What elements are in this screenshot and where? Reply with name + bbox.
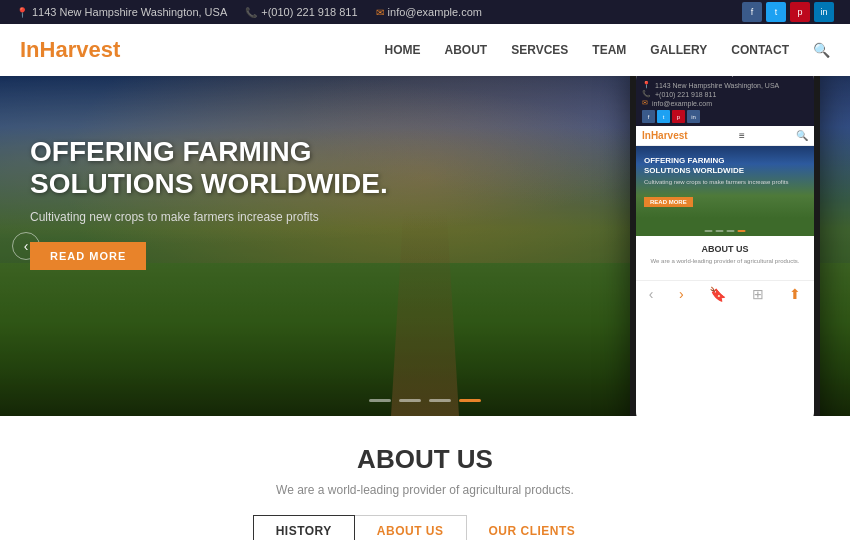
phone-forward-icon[interactable]: › bbox=[679, 286, 684, 302]
hero-title-line1: OFFERING FARMING bbox=[30, 136, 312, 167]
hero-dot-3[interactable] bbox=[429, 399, 451, 402]
social-icons-group: f t p in bbox=[742, 2, 834, 22]
tab-our-clients[interactable]: OUR CLIENTS bbox=[467, 515, 598, 540]
phone-hero-sub: Cultivating new crops to make farmers in… bbox=[644, 179, 806, 185]
facebook-button[interactable]: f bbox=[742, 2, 762, 22]
phone-share-icon[interactable]: ⬆ bbox=[789, 286, 801, 302]
hero-title: OFFERING FARMING SOLUTIONS WORLDWIDE. bbox=[30, 136, 388, 200]
hero-content: OFFERING FARMING SOLUTIONS WORLDWIDE. Cu… bbox=[30, 136, 388, 270]
hero-dot-4[interactable] bbox=[459, 399, 481, 402]
phone-email: info@example.com bbox=[652, 100, 712, 107]
phone-hero-line1: OFFERING FARMING bbox=[644, 156, 724, 165]
logo-prefix: In bbox=[20, 37, 40, 62]
phone-phone: +(010) 221 918 811 bbox=[655, 91, 716, 98]
phone-dot-2[interactable] bbox=[716, 230, 724, 232]
navbar: InHarvest HOME ABOUT SERVCES TEAM GALLER… bbox=[0, 24, 850, 76]
top-bar-contact: 📍 1143 New Hampshire Washington, USA 📞 +… bbox=[16, 6, 482, 18]
phone-hero-dots bbox=[705, 230, 746, 232]
hero-dot-2[interactable] bbox=[399, 399, 421, 402]
phone-phone-row: 📞 +(010) 221 918 811 bbox=[642, 90, 808, 98]
search-icon[interactable]: 🔍 bbox=[813, 42, 830, 58]
phone-dot-3[interactable] bbox=[727, 230, 735, 232]
phone-hero-line2: SOLUTIONS WORLDWIDE bbox=[644, 166, 744, 175]
phone-text: +(010) 221 918 811 bbox=[261, 6, 357, 18]
phone-email-icon: ✉ bbox=[642, 99, 648, 107]
location-icon: 📍 bbox=[16, 7, 28, 18]
hero-dot-1[interactable] bbox=[369, 399, 391, 402]
phone-icon: 📞 bbox=[245, 7, 257, 18]
logo: InHarvest bbox=[20, 37, 120, 63]
twitter-button[interactable]: t bbox=[766, 2, 786, 22]
nav-links: HOME ABOUT SERVCES TEAM GALLERY CONTACT … bbox=[385, 42, 830, 58]
pinterest-button[interactable]: p bbox=[790, 2, 810, 22]
hero-subtitle: Cultivating new crops to make farmers in… bbox=[30, 210, 388, 224]
phone-location-icon: 📍 bbox=[642, 81, 651, 89]
phone-logo: InHarvest bbox=[642, 130, 688, 141]
phone-grid-icon[interactable]: ⊞ bbox=[752, 286, 764, 302]
phone-search-icon[interactable]: 🔍 bbox=[796, 130, 808, 141]
phone-navbar: InHarvest ≡ 🔍 bbox=[636, 126, 814, 146]
phone-about: ABOUT US We are a world-leading provider… bbox=[636, 236, 814, 280]
phone-dot-4[interactable] bbox=[738, 230, 746, 232]
email-text: info@example.com bbox=[388, 6, 482, 18]
nav-home[interactable]: HOME bbox=[385, 43, 421, 57]
phone-about-sub: We are a world-leading provider of agric… bbox=[644, 258, 806, 266]
logo-suffix: Harvest bbox=[40, 37, 121, 62]
phone-top-bar: 📍 1143 New Hampshire Washington, USA 📞 +… bbox=[636, 78, 814, 126]
phone-address: 1143 New Hampshire Washington, USA bbox=[655, 82, 779, 89]
phone-address-row: 📍 1143 New Hampshire Washington, USA bbox=[642, 81, 808, 89]
nav-gallery[interactable]: GALLERY bbox=[650, 43, 707, 57]
about-tabs: HISTORY ABOUT US OUR CLIENTS bbox=[20, 515, 830, 540]
nav-contact[interactable]: CONTACT bbox=[731, 43, 789, 57]
phone-fb-btn[interactable]: f bbox=[642, 110, 655, 123]
phone-social-icons: f t p in bbox=[642, 110, 808, 123]
phone-logo-prefix: In bbox=[642, 130, 651, 141]
phone-phone-icon: 📞 bbox=[642, 90, 651, 98]
phone-menu-icon[interactable]: ≡ bbox=[739, 130, 745, 141]
phone-bookmark-icon[interactable]: 🔖 bbox=[709, 286, 726, 302]
phone-pi-btn[interactable]: p bbox=[672, 110, 685, 123]
phone-hero-title: OFFERING FARMING SOLUTIONS WORLDWIDE bbox=[644, 156, 806, 175]
email-icon: ✉ bbox=[376, 7, 384, 18]
phone-email-row: ✉ info@example.com bbox=[642, 99, 808, 107]
nav-about[interactable]: ABOUT bbox=[445, 43, 488, 57]
address-item: 📍 1143 New Hampshire Washington, USA bbox=[16, 6, 227, 18]
phone-item: 📞 +(010) 221 918 811 bbox=[245, 6, 357, 18]
phone-dot-1[interactable] bbox=[705, 230, 713, 232]
hero-dots bbox=[369, 399, 481, 402]
hero-section: ‹ OFFERING FARMING SOLUTIONS WORLDWIDE. … bbox=[0, 76, 850, 416]
phone-about-title: ABOUT US bbox=[644, 244, 806, 254]
about-title: ABOUT US bbox=[20, 444, 830, 475]
nav-team[interactable]: TEAM bbox=[592, 43, 626, 57]
phone-back-icon[interactable]: ‹ bbox=[649, 286, 654, 302]
nav-services[interactable]: SERVCES bbox=[511, 43, 568, 57]
phone-bottom-nav: ‹ › 🔖 ⊞ ⬆ bbox=[636, 280, 814, 307]
address-text: 1143 New Hampshire Washington, USA bbox=[32, 6, 227, 18]
phone-screen: IDEA ▾ 9:20 pm 91% 📍 1143 New Hampshire … bbox=[636, 76, 814, 416]
top-bar: 📍 1143 New Hampshire Washington, USA 📞 +… bbox=[0, 0, 850, 24]
phone-tw-btn[interactable]: t bbox=[657, 110, 670, 123]
phone-frame: IDEA ▾ 9:20 pm 91% 📍 1143 New Hampshire … bbox=[630, 76, 820, 416]
email-item: ✉ info@example.com bbox=[376, 6, 482, 18]
hero-title-line2: SOLUTIONS WORLDWIDE. bbox=[30, 168, 388, 199]
phone-hero: OFFERING FARMING SOLUTIONS WORLDWIDE Cul… bbox=[636, 146, 814, 236]
phone-li-btn[interactable]: in bbox=[687, 110, 700, 123]
linkedin-button[interactable]: in bbox=[814, 2, 834, 22]
phone-mockup: IDEA ▾ 9:20 pm 91% 📍 1143 New Hampshire … bbox=[630, 76, 820, 416]
about-section: ABOUT US We are a world-leading provider… bbox=[0, 416, 850, 540]
tab-about-us[interactable]: ABOUT US bbox=[355, 515, 467, 540]
phone-logo-suffix: Harvest bbox=[651, 130, 688, 141]
hero-cta-button[interactable]: READ MORE bbox=[30, 242, 146, 270]
about-subtitle: We are a world-leading provider of agric… bbox=[20, 483, 830, 497]
tab-history[interactable]: HISTORY bbox=[253, 515, 355, 540]
phone-hero-cta[interactable]: READ MORE bbox=[644, 197, 693, 207]
